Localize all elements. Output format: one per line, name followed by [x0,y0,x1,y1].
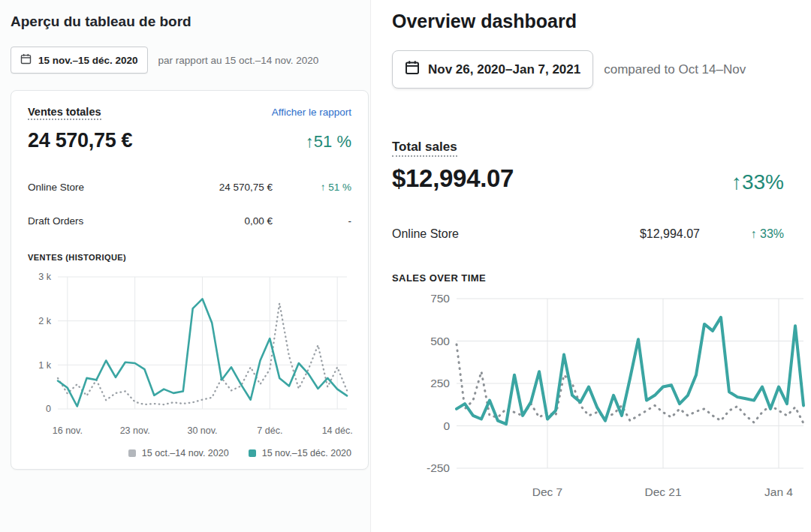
svg-text:750: 750 [430,292,450,305]
date-range-button-en[interactable]: Nov 26, 2020–Jan 7, 2021 [392,50,593,89]
svg-text:0: 0 [46,404,51,414]
legend-item-previous: 15 oct.–14 nov. 2020 [128,448,229,458]
date-range-label-en: Nov 26, 2020–Jan 7, 2021 [428,62,580,77]
svg-text:3 k: 3 k [38,272,51,282]
date-filter-row-fr: 15 nov.–15 déc. 2020 par rapport au 15 o… [11,47,369,74]
channel-value: 24 570,75 € [175,182,273,193]
metric-title-fr[interactable]: Ventes totales [28,106,101,120]
table-row: Online Store $12,994.07 ↑ 33% [392,215,784,253]
metric-row-en: $12,994.07 ↑33% [392,164,784,194]
total-sales-trend-fr: ↑51 % [306,129,351,152]
metric-title-en[interactable]: Total sales [392,140,457,157]
calendar-icon [405,60,420,79]
channel-label: Draft Orders [28,215,175,227]
dashboard-comparison: Aperçu du tableau de bord 15 nov.–15 déc… [0,0,811,532]
comparison-period-text-fr: par rapport au 15 oct.–14 nov. 2020 [158,55,319,66]
legend-swatch-gray [128,449,136,457]
total-sales-card-fr: Ventes totales Afficher le rapport 24 57… [11,90,369,470]
svg-text:16 nov.: 16 nov. [53,425,83,436]
legend-item-current: 15 nov.–15 déc. 2020 [249,448,351,458]
chart-legend: 15 oct.–14 nov. 2020 15 nov.–15 déc. 202… [28,448,351,458]
table-row: Online Store 24 570,75 € ↑ 51 % [28,170,351,204]
channel-trend: ↑ 51 % [273,182,351,193]
sales-history-chart-fr[interactable]: 3 k2 k1 k016 nov.23 nov.30 nov.7 déc.14 … [28,268,356,439]
view-report-link[interactable]: Afficher le rapport [272,107,351,118]
chart-caption-fr: VENTES (HISTORIQUE) [28,253,351,262]
total-sales-value-en: $12,994.07 [392,164,514,193]
legend-swatch-teal [249,449,256,457]
svg-text:Jan 4: Jan 4 [764,485,793,498]
svg-text:500: 500 [430,335,450,347]
svg-text:-250: -250 [427,461,450,474]
calendar-icon [20,53,32,67]
channel-label: Online Store [28,182,175,193]
sales-over-time-chart-en[interactable]: 7505002500-250Dec 7Dec 21Jan 4 [387,288,808,503]
channel-trend: - [273,215,351,227]
svg-text:2 k: 2 k [38,316,51,326]
svg-text:14 déc.: 14 déc. [322,425,353,436]
legend-label: 15 oct.–14 nov. 2020 [142,448,229,458]
svg-text:30 nov.: 30 nov. [187,425,217,436]
total-sales-section-en: Total sales $12,994.07 ↑33% Online Store… [392,105,784,284]
channel-value: 0,00 € [175,215,273,227]
comparison-period-text-en: compared to Oct 14–Nov [604,62,746,77]
total-sales-value-fr: 24 570,75 € [28,129,132,152]
svg-text:23 nov.: 23 nov. [120,425,150,436]
svg-text:1 k: 1 k [38,360,51,371]
table-row: Draft Orders 0,00 € - [28,204,351,238]
svg-text:Dec 7: Dec 7 [532,485,563,498]
metric-row-fr: 24 570,75 € ↑51 % [28,129,351,152]
card-header-fr: Ventes totales Afficher le rapport [28,106,351,120]
panel-english-dashboard: Overview dashboard Nov 26, 2020–Jan 7, 2… [370,0,811,532]
svg-text:0: 0 [443,419,450,432]
legend-label: 15 nov.–15 déc. 2020 [262,448,351,458]
channel-trend: ↑ 33% [700,227,784,241]
channel-value: $12,994.07 [587,227,700,241]
date-filter-row-en: Nov 26, 2020–Jan 7, 2021 compared to Oct… [392,50,811,89]
date-range-label-fr: 15 nov.–15 déc. 2020 [38,55,138,66]
page-title-fr: Aperçu du tableau de bord [11,14,369,30]
svg-text:Dec 21: Dec 21 [644,485,681,498]
panel-french-dashboard: Aperçu du tableau de bord 15 nov.–15 déc… [0,0,370,532]
svg-text:7 déc.: 7 déc. [257,425,282,436]
page-title-en: Overview dashboard [392,11,811,32]
channel-label: Online Store [392,227,587,241]
svg-text:250: 250 [430,377,450,389]
date-range-button-fr[interactable]: 15 nov.–15 déc. 2020 [11,47,148,74]
chart-caption-en: SALES OVER TIME [392,272,784,284]
total-sales-trend-en: ↑33% [731,164,784,194]
